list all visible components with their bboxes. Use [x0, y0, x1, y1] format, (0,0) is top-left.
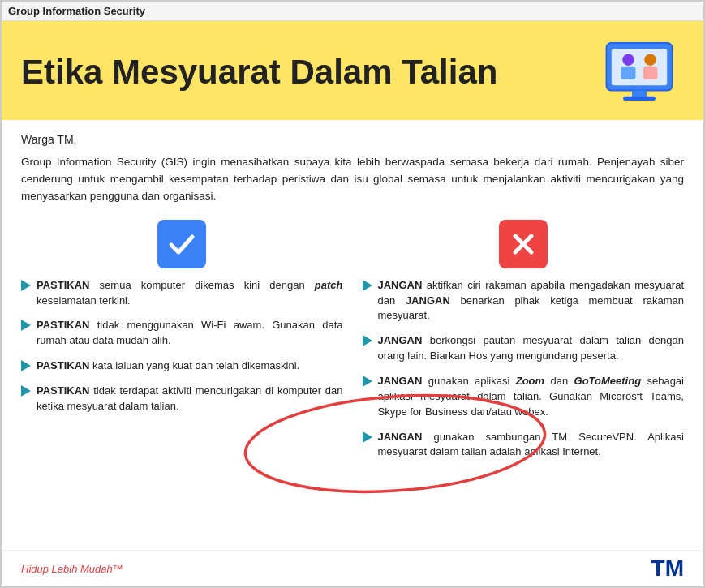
left-bullet-4: PASTIKAN tidak terdapat aktiviti mencuri…	[21, 384, 343, 414]
checkmark-icon	[166, 229, 197, 260]
footer-logo: TM	[651, 556, 684, 582]
page-title: Etika Mesyuarat Dalam Talian	[21, 54, 497, 91]
header-title: Group Information Security	[8, 5, 145, 17]
svg-rect-3	[623, 97, 656, 101]
arrow-icon	[21, 385, 31, 397]
bullet-bold: JANGAN	[378, 279, 423, 291]
svg-point-4	[622, 54, 634, 66]
bullet-bold: GoToMeeting	[574, 375, 642, 387]
right-bullet-3: JANGAN gunakan aplikasi Zoom dan GoToMee…	[363, 374, 685, 420]
checkmark-icon-row	[21, 220, 343, 268]
arrow-icon	[21, 320, 31, 331]
checkmark-icon-box	[157, 220, 206, 268]
right-bullet-4: JANGAN gunakan sambungan TM SecureVPN. A…	[363, 430, 685, 461]
meeting-illustration-icon	[595, 36, 684, 109]
x-icon-box	[499, 220, 548, 268]
bullet-bold: JANGAN	[406, 294, 450, 307]
right-bullet-2: JANGAN berkongsi pautan mesyuarat dalam …	[363, 333, 685, 364]
arrow-icon	[21, 360, 31, 371]
x-icon-row	[363, 220, 685, 268]
salutation-text: Warga TM,	[21, 133, 684, 146]
tm-logo-text: TM	[651, 556, 684, 582]
page-container: Group Information Security Etika Mesyuar…	[0, 0, 705, 588]
svg-rect-1	[612, 49, 667, 85]
svg-rect-7	[643, 67, 658, 79]
svg-point-6	[644, 54, 656, 66]
svg-rect-5	[621, 67, 636, 79]
bullet-bold: PASTIKAN	[37, 359, 89, 371]
arrow-icon	[363, 335, 372, 346]
footer-tagline: Hidup Lebih Mudah™	[21, 563, 123, 575]
arrow-icon	[363, 376, 372, 387]
bullet-bold: JANGAN	[378, 431, 423, 443]
tagline-text: Hidup Lebih Mudah™	[21, 563, 123, 575]
left-bullet-1: PASTIKAN semua komputer dikemas kini den…	[21, 278, 343, 309]
intro-paragraph: Group Information Security (GIS) ingin m…	[21, 154, 684, 205]
yellow-banner: Etika Mesyuarat Dalam Talian	[2, 21, 703, 120]
right-column: JANGAN aktifkan ciri rakaman apabila men…	[363, 220, 685, 470]
arrow-icon	[363, 431, 372, 443]
bullet-bold: PASTIKAN	[37, 279, 89, 291]
bullet-bold: JANGAN	[378, 334, 423, 346]
left-bullet-2: PASTIKAN tidak menggunakan Wi-Fi awam. G…	[21, 318, 343, 349]
left-bullet-3: PASTIKAN kata laluan yang kuat dan telah…	[21, 358, 343, 374]
x-icon	[508, 229, 539, 260]
header-bar: Group Information Security	[2, 2, 703, 21]
left-column: PASTIKAN semua komputer dikemas kini den…	[21, 220, 343, 470]
footer-bar: Hidup Lebih Mudah™ TM	[2, 550, 703, 586]
arrow-icon	[21, 280, 31, 291]
content-area: Warga TM, Group Information Security (GI…	[2, 120, 703, 478]
bullet-bold: PASTIKAN	[37, 384, 89, 397]
two-column-section: PASTIKAN semua komputer dikemas kini den…	[21, 220, 684, 470]
bullet-bold: PASTIKAN	[37, 319, 89, 331]
bullet-bold: JANGAN	[378, 375, 423, 387]
right-bullet-1: JANGAN aktifkan ciri rakaman apabila men…	[363, 278, 685, 324]
arrow-icon	[363, 280, 372, 291]
